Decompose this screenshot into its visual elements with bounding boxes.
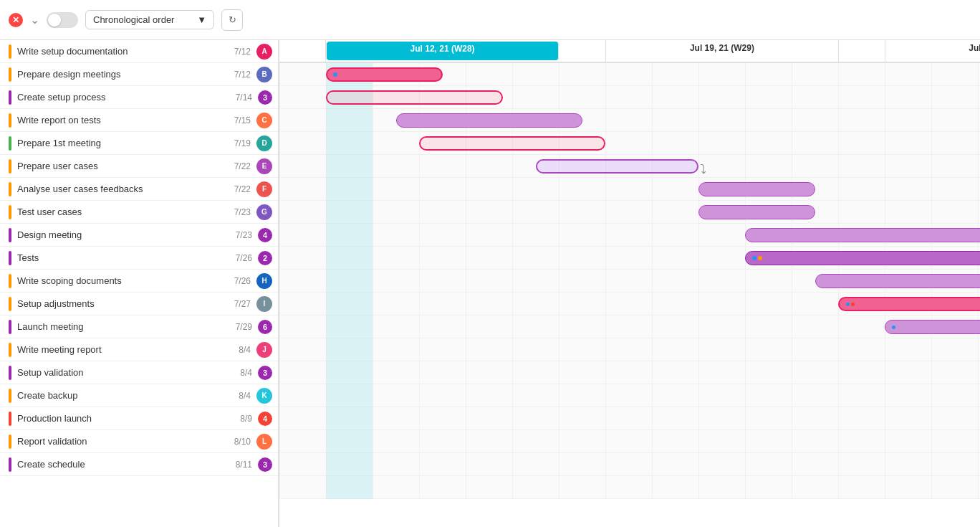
gantt-cell bbox=[559, 315, 605, 338]
task-row[interactable]: Prepare design meetings7/12B bbox=[0, 63, 278, 86]
gantt-cell bbox=[838, 132, 885, 155]
task-row[interactable]: Create backup8/4K bbox=[0, 384, 278, 407]
order-dropdown[interactable]: Chronological order ▼ bbox=[85, 10, 214, 29]
task-row[interactable]: Launch meeting7/296 bbox=[0, 315, 278, 338]
task-color-bar bbox=[9, 457, 11, 472]
gantt-cell bbox=[326, 224, 373, 247]
gantt-cell bbox=[698, 361, 745, 384]
gantt-cell bbox=[373, 315, 419, 338]
gantt-cell bbox=[279, 453, 326, 476]
task-row[interactable]: Design meeting7/234 bbox=[0, 224, 278, 247]
gantt-cell bbox=[652, 293, 698, 315]
gantt-cell bbox=[838, 293, 885, 315]
gantt-cell bbox=[326, 361, 373, 384]
toggle-knob bbox=[48, 14, 61, 27]
gantt-cell bbox=[419, 361, 466, 384]
gantt-cell bbox=[931, 201, 978, 224]
task-date: 8/9 bbox=[240, 414, 252, 424]
gantt-cell bbox=[605, 384, 652, 407]
task-name: Write scoping documents bbox=[17, 275, 234, 286]
gantt-cell bbox=[559, 384, 605, 407]
main-content: Write setup documentation7/12APrepare de… bbox=[0, 40, 980, 527]
gantt-cell bbox=[745, 384, 792, 407]
gantt-cell bbox=[559, 132, 605, 155]
gantt-cell bbox=[605, 361, 652, 384]
gantt-cell bbox=[559, 63, 605, 86]
gantt-row bbox=[279, 407, 980, 430]
gantt-cell bbox=[419, 224, 466, 247]
close-button[interactable]: ✕ bbox=[9, 13, 23, 27]
gantt-cell bbox=[698, 338, 745, 361]
gantt-cell bbox=[838, 338, 885, 361]
gantt-cell bbox=[745, 178, 792, 201]
task-avatar: H bbox=[256, 273, 272, 289]
gantt-cell bbox=[466, 476, 512, 499]
gantt-cell bbox=[373, 293, 419, 315]
task-row[interactable]: Test user cases7/23G bbox=[0, 201, 278, 224]
gantt-cell bbox=[838, 247, 885, 270]
task-row[interactable]: Analyse user cases feedbacks7/22F bbox=[0, 178, 278, 201]
task-row[interactable]: Production launch8/94 bbox=[0, 407, 278, 430]
task-badge: 2 bbox=[258, 251, 272, 265]
gantt-cell bbox=[279, 407, 326, 430]
task-name: Launch meeting bbox=[17, 321, 236, 332]
gantt-cell bbox=[885, 86, 931, 109]
gantt-cell bbox=[466, 63, 512, 86]
gantt-cell bbox=[326, 476, 373, 499]
gantt-cell bbox=[931, 315, 978, 338]
task-avatar: C bbox=[256, 113, 272, 128]
task-row[interactable]: Prepare 1st meeting7/19D bbox=[0, 132, 278, 155]
task-name: Test user cases bbox=[17, 206, 234, 217]
task-row[interactable]: Create schedule8/113 bbox=[0, 453, 278, 476]
gantt-cell bbox=[652, 63, 698, 86]
task-row[interactable]: Setup validation8/43 bbox=[0, 361, 278, 384]
gantt-cell bbox=[512, 407, 559, 430]
task-row[interactable]: Setup adjustments7/27I bbox=[0, 293, 278, 315]
gantt-cell bbox=[931, 178, 978, 201]
view-toggle[interactable] bbox=[47, 12, 78, 28]
gantt-cell bbox=[838, 201, 885, 224]
gantt-area[interactable]: Jul 12, 21 (W28)Jul 19, 21 (W29)Jul 26, … bbox=[279, 40, 980, 527]
task-row[interactable]: Create setup process7/143 bbox=[0, 86, 278, 109]
task-row[interactable]: Write setup documentation7/12A bbox=[0, 40, 278, 63]
gantt-row bbox=[279, 247, 980, 270]
gantt-cell bbox=[652, 315, 698, 338]
gantt-cell bbox=[466, 293, 512, 315]
gantt-cell bbox=[512, 109, 559, 132]
gantt-cell bbox=[466, 315, 512, 338]
task-row[interactable]: Report validation8/10L bbox=[0, 430, 278, 453]
gantt-cell bbox=[885, 178, 931, 201]
gantt-cell bbox=[745, 453, 792, 476]
task-avatar: I bbox=[256, 296, 272, 312]
gantt-cell bbox=[512, 201, 559, 224]
week-spacer-a bbox=[559, 40, 606, 62]
refresh-button[interactable]: ↻ bbox=[221, 9, 243, 31]
task-name: Create backup bbox=[17, 390, 239, 401]
gantt-cell bbox=[279, 430, 326, 453]
toggle-wrap bbox=[47, 12, 78, 28]
task-row[interactable]: Write report on tests7/15C bbox=[0, 109, 278, 132]
gantt-cell bbox=[885, 247, 931, 270]
task-date: 7/19 bbox=[234, 138, 251, 148]
gantt-cell bbox=[885, 407, 931, 430]
gantt-cell bbox=[792, 86, 838, 109]
gantt-cell bbox=[512, 178, 559, 201]
chevron-icon[interactable]: ⌄ bbox=[30, 13, 39, 27]
gantt-cell bbox=[745, 430, 792, 453]
task-row[interactable]: Write meeting report8/4J bbox=[0, 338, 278, 361]
gantt-cell bbox=[698, 155, 745, 178]
gantt-cell bbox=[838, 407, 885, 430]
gantt-cell bbox=[605, 63, 652, 86]
gantt-cell bbox=[792, 178, 838, 201]
task-row[interactable]: Write scoping documents7/26H bbox=[0, 270, 278, 293]
gantt-cell bbox=[931, 430, 978, 453]
task-avatar: D bbox=[256, 136, 272, 151]
gantt-cell bbox=[792, 63, 838, 86]
task-row[interactable]: Tests7/262 bbox=[0, 247, 278, 270]
gantt-cell bbox=[652, 178, 698, 201]
task-date: 7/22 bbox=[234, 161, 251, 171]
gantt-cell bbox=[698, 430, 745, 453]
gantt-cell bbox=[605, 293, 652, 315]
task-date: 7/14 bbox=[236, 92, 252, 103]
task-row[interactable]: Prepare user cases7/22E bbox=[0, 155, 278, 178]
